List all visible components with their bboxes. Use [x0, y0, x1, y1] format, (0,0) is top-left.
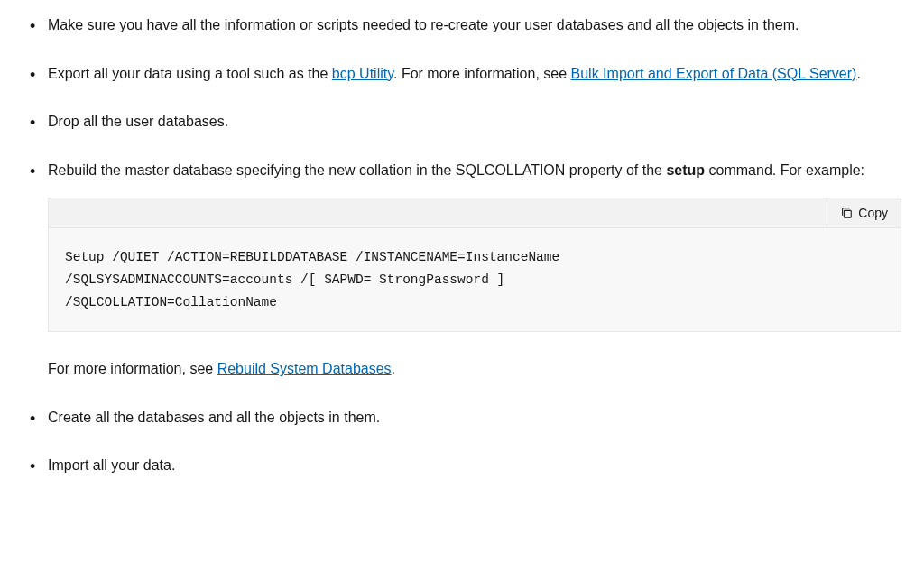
copy-button[interactable]: Copy: [827, 198, 901, 227]
list-item: Rebuild the master database specifying t…: [23, 159, 901, 381]
list-item-text-suffix: .: [856, 66, 860, 81]
after-code-prefix: For more information, see: [48, 361, 217, 376]
list-item: Drop all the user databases.: [23, 110, 901, 134]
after-code-text: For more information, see Rebuild System…: [48, 357, 901, 381]
code-header: Copy: [49, 198, 901, 228]
list-item-text-prefix: Rebuild the master database specifying t…: [48, 162, 666, 178]
list-item: Export all your data using a tool such a…: [23, 62, 901, 86]
code-content: Setup /QUIET /ACTION=REBUILDDATABASE /IN…: [49, 228, 901, 331]
list-item-text: Create all the databases and all the obj…: [48, 410, 380, 425]
list-item-text-mid: . For more information, see: [393, 66, 571, 81]
link-rebuild-system-databases[interactable]: Rebuild System Databases: [217, 361, 392, 376]
after-code-suffix: .: [392, 361, 395, 376]
list-item: Import all your data.: [23, 454, 901, 477]
list-item-text-prefix: Export all your data using a tool such a…: [48, 66, 332, 81]
code-block: Copy Setup /QUIET /ACTION=REBUILDDATABAS…: [48, 198, 901, 332]
list-item-text: Drop all the user databases.: [48, 114, 228, 129]
list-item: Create all the databases and all the obj…: [23, 406, 901, 429]
instruction-list: Make sure you have all the information o…: [23, 14, 901, 477]
list-item: Make sure you have all the information o…: [23, 14, 901, 37]
copy-button-label: Copy: [858, 206, 888, 220]
copy-icon: [840, 207, 853, 219]
link-bcp-utility[interactable]: bcp Utility: [332, 66, 393, 81]
svg-rect-0: [845, 211, 852, 218]
list-item-text: Import all your data.: [48, 457, 175, 473]
setup-keyword: setup: [666, 162, 705, 178]
list-item-text-suffix: command. For example:: [705, 162, 864, 178]
list-item-text: Make sure you have all the information o…: [48, 17, 799, 32]
link-bulk-import-export[interactable]: Bulk Import and Export of Data (SQL Serv…: [571, 66, 857, 81]
